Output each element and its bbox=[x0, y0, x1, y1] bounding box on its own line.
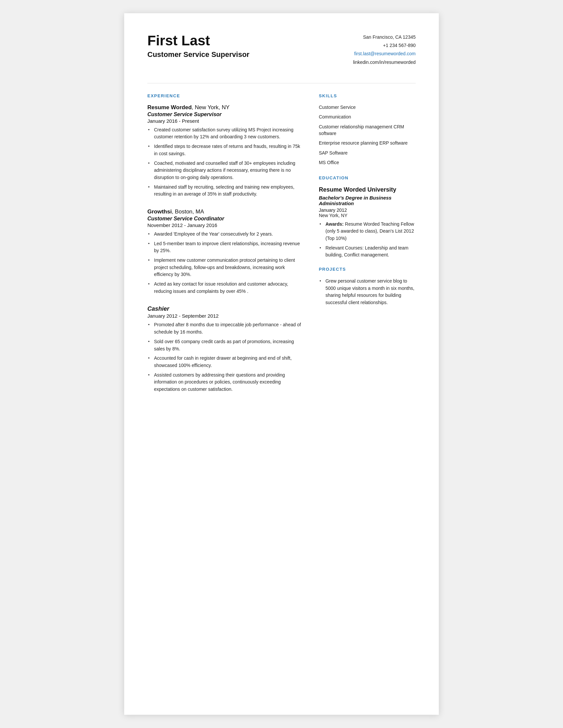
dates-1: January 2016 - Present bbox=[147, 118, 303, 124]
role-1: Customer Service Supervisor bbox=[147, 112, 303, 117]
header-contact: San Francisco, CA 12345 +1 234 567-890 f… bbox=[353, 33, 416, 67]
bullet-item: Created customer satisfaction survey uti… bbox=[147, 126, 303, 141]
applicant-title: Customer Service Supervisor bbox=[147, 50, 249, 59]
role-2: Customer Service Coordinator bbox=[147, 216, 303, 222]
role-3: Cashier bbox=[147, 305, 303, 312]
edu-school: Resume Worded University bbox=[319, 186, 416, 194]
experience-entry-2: Growthsi, Boston, MA Customer Service Co… bbox=[147, 208, 303, 295]
bullet-item: Acted as key contact for issue resolutio… bbox=[147, 281, 303, 295]
header-divider bbox=[147, 83, 416, 83]
company-name-1: Resume Worded, New York, NY bbox=[147, 104, 303, 111]
bullet-item: Assisted customers by addressing their q… bbox=[147, 372, 303, 393]
skill-item: Customer relationship management CRM sof… bbox=[319, 124, 416, 137]
project-bullet-item: Grew personal customer service blog to 5… bbox=[319, 278, 416, 306]
dates-2: November 2012 - January 2016 bbox=[147, 222, 303, 228]
projects-bullets: Grew personal customer service blog to 5… bbox=[319, 278, 416, 306]
edu-bullet-item: Awards: Resume Worded Teaching Fellow (o… bbox=[319, 221, 416, 242]
bullet-item: Promoted after 8 months due to impeccabl… bbox=[147, 321, 303, 336]
bullet-item: Led 5-member team to improve client rela… bbox=[147, 240, 303, 254]
bullets-3: Promoted after 8 months due to impeccabl… bbox=[147, 321, 303, 393]
bullet-item: Accounted for cash in register drawer at… bbox=[147, 355, 303, 369]
skills-section-title: SKILLS bbox=[319, 93, 416, 98]
experience-entry-1: Resume Worded, New York, NY Customer Ser… bbox=[147, 104, 303, 198]
education-section: EDUCATION Resume Worded University Bache… bbox=[319, 175, 416, 259]
awards-label: Awards: bbox=[326, 221, 344, 227]
edu-bullet-item: Relevant Courses: Leadership and team bu… bbox=[319, 245, 416, 259]
applicant-name: First Last bbox=[147, 33, 249, 48]
experience-entry-3: Cashier January 2012 - September 2012 Pr… bbox=[147, 305, 303, 393]
header-left: First Last Customer Service Supervisor bbox=[147, 33, 249, 59]
bullets-2: Awarded 'Employee of the Year' consecuti… bbox=[147, 231, 303, 295]
bullet-item: Identified steps to decrease rates of re… bbox=[147, 143, 303, 157]
education-section-title: EDUCATION bbox=[319, 175, 416, 180]
projects-section: PROJECTS Grew personal customer service … bbox=[319, 267, 416, 306]
resume-page: First Last Customer Service Supervisor S… bbox=[124, 13, 439, 715]
resume-content: EXPERIENCE Resume Worded, New York, NY C… bbox=[147, 93, 416, 404]
edu-degree: Bachelor's Degree in Business Administra… bbox=[319, 195, 416, 206]
address: San Francisco, CA 12345 bbox=[353, 33, 416, 41]
skills-section: SKILLS Customer Service Communication Cu… bbox=[319, 93, 416, 166]
dates-3: January 2012 - September 2012 bbox=[147, 313, 303, 319]
left-column: EXPERIENCE Resume Worded, New York, NY C… bbox=[147, 93, 303, 404]
bullet-item: Sold over 65 company credit cards as par… bbox=[147, 338, 303, 352]
skill-item: MS Office bbox=[319, 159, 416, 166]
phone: +1 234 567-890 bbox=[353, 41, 416, 50]
skill-item: Customer Service bbox=[319, 104, 416, 111]
edu-date: January 2012 bbox=[319, 207, 416, 213]
email-link[interactable]: first.last@resumeworded.com bbox=[353, 50, 416, 58]
skill-item: Enterprise resource planning ERP softwar… bbox=[319, 140, 416, 147]
skill-item: Communication bbox=[319, 114, 416, 120]
bullet-item: Coached, motivated and counselled staff … bbox=[147, 160, 303, 181]
linkedin: linkedin.com/in/resumeworded bbox=[353, 58, 416, 67]
bullet-item: Implement new customer communication pro… bbox=[147, 257, 303, 278]
edu-location: New York, NY bbox=[319, 213, 416, 218]
experience-section-title: EXPERIENCE bbox=[147, 93, 303, 98]
right-column: SKILLS Customer Service Communication Cu… bbox=[319, 93, 416, 404]
skill-item: SAP Software bbox=[319, 150, 416, 157]
bullet-item: Maintained staff by recruiting, selectin… bbox=[147, 184, 303, 198]
bullets-1: Created customer satisfaction survey uti… bbox=[147, 126, 303, 198]
projects-section-title: PROJECTS bbox=[319, 267, 416, 272]
edu-bullets: Awards: Resume Worded Teaching Fellow (o… bbox=[319, 221, 416, 259]
company-name-2: Growthsi, Boston, MA bbox=[147, 208, 303, 215]
resume-header: First Last Customer Service Supervisor S… bbox=[147, 33, 416, 67]
bullet-item: Awarded 'Employee of the Year' consecuti… bbox=[147, 231, 303, 238]
